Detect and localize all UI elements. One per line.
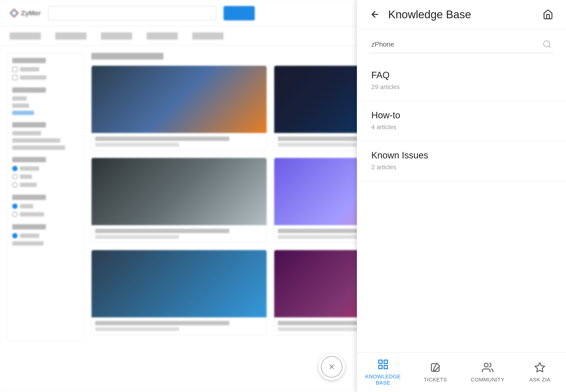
panel-search-container	[369, 36, 554, 53]
tickets-icon	[430, 362, 441, 375]
knowledge-base-panel: Knowledge Base FAQ 29 articles How-to 4 …	[357, 0, 566, 392]
category-item-known-issues[interactable]: Known Issues 2 articles	[357, 141, 566, 181]
category-count-howto: 4 articles	[371, 123, 551, 131]
panel-header-left: Knowledge Base	[369, 8, 471, 21]
back-arrow-icon	[370, 10, 380, 19]
panel-title: Knowledge Base	[388, 8, 471, 21]
close-button[interactable]: ×	[318, 354, 345, 380]
categories-list: FAQ 29 articles How-to 4 articles Known …	[357, 60, 566, 352]
tab-tickets[interactable]: TICKETS	[409, 353, 462, 392]
tab-knowledge-base-label: KNOWLEDGE BASE	[359, 374, 407, 386]
tab-knowledge-base[interactable]: KNOWLEDGE BASE	[357, 353, 409, 392]
category-item-faq[interactable]: FAQ 29 articles	[357, 60, 566, 101]
panel-header: Knowledge Base	[357, 0, 566, 29]
svg-point-9	[484, 363, 488, 367]
tab-tickets-label: TICKETS	[424, 377, 447, 383]
svg-marker-10	[535, 363, 545, 372]
svg-rect-5	[379, 360, 382, 364]
tab-community-label: COMMUNITY	[471, 377, 505, 383]
svg-rect-7	[384, 365, 387, 369]
category-name-known-issues: Known Issues	[371, 150, 551, 161]
svg-rect-6	[384, 360, 387, 364]
search-icon	[542, 40, 551, 50]
tab-ask-zia[interactable]: ASK ZIA	[514, 353, 566, 392]
category-count-faq: 29 articles	[371, 83, 551, 91]
ask-zia-icon	[534, 362, 546, 375]
panel-search-input[interactable]	[369, 36, 554, 53]
svg-line-4	[549, 46, 550, 48]
svg-rect-8	[379, 365, 382, 369]
back-button[interactable]	[369, 8, 381, 20]
category-count-known-issues: 2 articles	[371, 164, 551, 171]
bottom-navigation: KNOWLEDGE BASE TICKETS COMMUNITY	[357, 352, 566, 392]
home-icon	[543, 9, 553, 20]
category-name-faq: FAQ	[371, 70, 551, 80]
knowledge-base-icon	[377, 359, 389, 372]
tab-community[interactable]: COMMUNITY	[462, 353, 514, 392]
home-button[interactable]	[542, 8, 554, 20]
category-name-howto: How-to	[371, 110, 551, 121]
close-icon: ×	[321, 356, 343, 378]
community-icon	[482, 362, 493, 375]
category-item-howto[interactable]: How-to 4 articles	[357, 101, 566, 141]
tab-ask-zia-label: ASK ZIA	[529, 377, 550, 383]
